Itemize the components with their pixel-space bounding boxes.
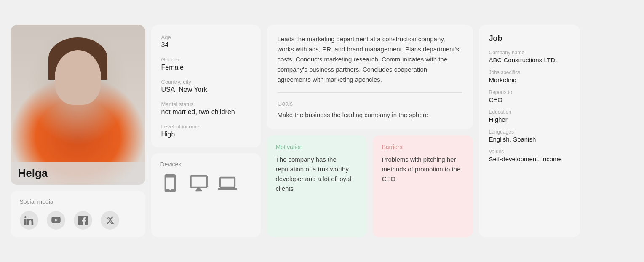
reports-to-value: CEO: [489, 96, 570, 103]
devices-card: Devices: [151, 153, 261, 237]
languages-value: English, Spanish: [489, 136, 570, 143]
motivation-label: Motivation: [276, 144, 358, 150]
country-row: Country, city USA, New York: [161, 79, 251, 94]
reports-to-row: Reports to CEO: [489, 89, 570, 103]
social-media-card: Social media: [11, 191, 145, 237]
company-name-row: Company name ABC Constructions LTD.: [489, 50, 570, 64]
youtube-icon[interactable]: [47, 211, 65, 230]
education-value: Higher: [489, 116, 570, 123]
motivation-barriers-row: Motivation The company has the reputatio…: [267, 135, 473, 238]
bio-divider: [278, 92, 462, 93]
desktop-icon: [189, 174, 208, 195]
job-title: Job: [489, 34, 570, 43]
goals-text: Make the business the leading company in…: [278, 110, 462, 120]
gender-row: Gender Female: [161, 56, 251, 71]
bio-text: Leads the marketing department at a cons…: [278, 34, 462, 85]
country-value: USA, New York: [161, 86, 251, 94]
motivation-card: Motivation The company has the reputatio…: [267, 135, 367, 238]
linkedin-icon[interactable]: [20, 211, 38, 230]
age-row: Age 34: [161, 34, 251, 49]
company-name-label: Company name: [489, 50, 570, 56]
education-row: Education Higher: [489, 109, 570, 123]
languages-label: Languages: [489, 129, 570, 135]
profile-photo: [11, 25, 145, 185]
profile-name: Helga: [18, 167, 48, 179]
goals-label: Goals: [278, 100, 462, 107]
jobs-specifics-label: Jobs specifics: [489, 70, 570, 75]
income-label: Level of income: [161, 123, 251, 130]
profile-name-overlay: Helga: [11, 162, 145, 185]
values-label: Values: [489, 149, 570, 155]
barriers-label: Barriers: [382, 144, 464, 150]
country-label: Country, city: [161, 79, 251, 85]
marital-value: not married, two children: [161, 108, 251, 116]
device-icons-row: [160, 174, 251, 195]
social-media-label: Social media: [20, 198, 136, 205]
age-label: Age: [161, 34, 251, 40]
facebook-icon[interactable]: [74, 211, 92, 230]
company-name-value: ABC Constructions LTD.: [489, 56, 570, 64]
mobile-icon: [160, 174, 180, 195]
job-card: Job Company name ABC Constructions LTD. …: [479, 25, 580, 237]
twitter-x-icon[interactable]: [101, 211, 119, 230]
social-icons-row: [20, 211, 136, 230]
motivation-text: The company has the reputation of a trus…: [276, 155, 358, 194]
demographics-card: Age 34 Gender Female Country, city USA, …: [151, 25, 261, 147]
gender-label: Gender: [161, 56, 251, 63]
languages-row: Languages English, Spanish: [489, 129, 570, 143]
marital-row: Marital status not married, two children: [161, 101, 251, 116]
age-value: 34: [161, 41, 251, 49]
income-value: High: [161, 131, 251, 138]
bio-card: Leads the marketing department at a cons…: [267, 25, 473, 129]
income-row: Level of income High: [161, 123, 251, 138]
education-label: Education: [489, 109, 570, 115]
profile-card: Helga: [11, 25, 145, 185]
values-value: Self-development, income: [489, 155, 570, 163]
barriers-text: Problems with pitching her methods of pr…: [382, 155, 464, 184]
jobs-specifics-row: Jobs specifics Marketing: [489, 70, 570, 83]
jobs-specifics-value: Marketing: [489, 76, 570, 83]
barriers-card: Barriers Problems with pitching her meth…: [373, 135, 473, 238]
values-row: Values Self-development, income: [489, 149, 570, 163]
gender-value: Female: [161, 64, 251, 71]
devices-label: Devices: [160, 161, 251, 168]
reports-to-label: Reports to: [489, 89, 570, 95]
laptop-icon: [218, 174, 237, 195]
marital-label: Marital status: [161, 101, 251, 107]
